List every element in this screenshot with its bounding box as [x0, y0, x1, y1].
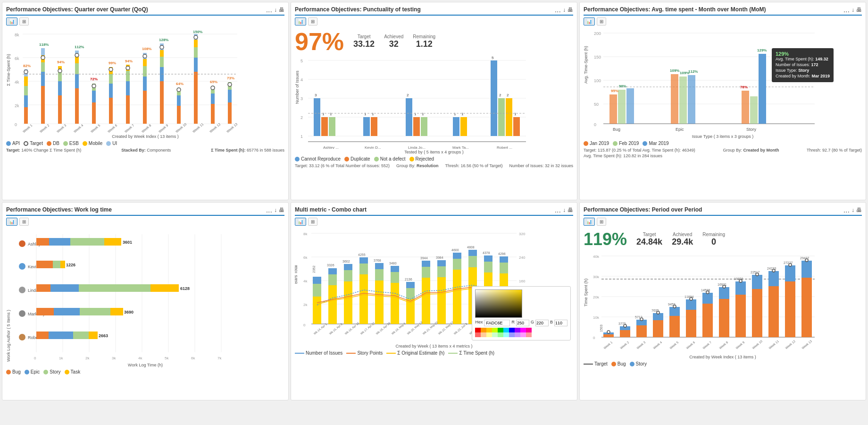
- swatch[interactable]: [526, 332, 532, 337]
- svg-text:Week 3: Week 3: [56, 124, 67, 133]
- card-title-period: Performance Objectives: Period over Peri…: [584, 206, 862, 216]
- swatch[interactable]: [492, 332, 498, 337]
- swatch[interactable]: [515, 328, 520, 332]
- qoq-svg: 8k 6k 4k 2k 0 Σ Time-Spent (h): [6, 29, 237, 133]
- swatch[interactable]: [492, 328, 498, 332]
- svg-text:5: 5: [492, 57, 494, 60]
- bar-chart-icon-a[interactable]: 📊: [584, 17, 595, 26]
- rejected-label: Rejected: [416, 156, 434, 162]
- more-btn-qoq[interactable]: ...: [266, 6, 272, 14]
- more-btn-p[interactable]: ...: [555, 6, 561, 14]
- svg-text:109%: 109%: [670, 68, 679, 73]
- print-btn-qoq[interactable]: 🖶: [279, 7, 284, 13]
- more-btn-pp[interactable]: ...: [843, 206, 850, 214]
- svg-rect-378: [785, 265, 795, 281]
- svg-rect-208: [53, 261, 60, 268]
- bar-chart-icon-w[interactable]: 📊: [6, 218, 17, 226]
- svg-text:129%: 129%: [757, 48, 767, 52]
- table-icon-a[interactable]: ⊞: [597, 17, 606, 26]
- svg-text:22517: 22517: [751, 271, 760, 274]
- svg-rect-64: [143, 66, 147, 76]
- svg-rect-174: [742, 91, 749, 124]
- swatch[interactable]: [509, 328, 515, 332]
- svg-text:5: 5: [300, 59, 303, 63]
- swatch[interactable]: [526, 328, 532, 332]
- svg-rect-267: [391, 283, 399, 324]
- svg-rect-228: [49, 332, 73, 339]
- svg-text:40k: 40k: [593, 255, 600, 259]
- svg-text:19250: 19250: [734, 277, 743, 280]
- bar-chart-icon-pp[interactable]: 📊: [584, 218, 595, 226]
- swatch[interactable]: [503, 328, 509, 332]
- svg-rect-34: [75, 88, 79, 124]
- svg-text:2136: 2136: [405, 278, 412, 281]
- svg-point-225: [19, 334, 25, 340]
- more-btn-c[interactable]: ...: [555, 206, 561, 214]
- card-title-punctuality: Performance Objectives: Punctuality of t…: [295, 6, 573, 16]
- svg-rect-137: [460, 117, 467, 136]
- swatch[interactable]: [509, 332, 515, 337]
- swatch[interactable]: [498, 332, 503, 337]
- svg-rect-353: [702, 293, 713, 304]
- download-btn-a[interactable]: ↓: [851, 7, 854, 13]
- print-btn-p[interactable]: 🖶: [568, 7, 573, 13]
- svg-rect-209: [60, 261, 65, 268]
- svg-rect-21: [41, 62, 45, 72]
- print-btn-c[interactable]: 🖶: [568, 207, 573, 213]
- svg-rect-293: [484, 255, 492, 262]
- color-gradient[interactable]: [475, 289, 522, 318]
- svg-text:82%: 82%: [23, 64, 31, 68]
- table-icon-c[interactable]: ⊞: [308, 218, 317, 226]
- swatch[interactable]: [481, 332, 486, 337]
- bar-chart-icon-p[interactable]: 📊: [295, 17, 306, 26]
- download-btn-p[interactable]: ↓: [563, 7, 566, 13]
- color-picker[interactable]: Hex R G B: [472, 286, 571, 340]
- table-icon-pp[interactable]: ⊞: [597, 218, 606, 226]
- svg-rect-78: [177, 106, 181, 124]
- download-btn-qoq[interactable]: ↓: [274, 7, 277, 13]
- hex-input[interactable]: [484, 320, 510, 326]
- table-icon-w[interactable]: ⊞: [19, 218, 29, 226]
- print-btn-a[interactable]: 🖶: [856, 7, 862, 13]
- svg-point-45: [92, 84, 96, 88]
- g-input[interactable]: [535, 320, 549, 326]
- swatch[interactable]: [486, 328, 492, 332]
- svg-rect-65: [143, 59, 147, 66]
- svg-text:0: 0: [15, 122, 17, 127]
- svg-text:4808: 4808: [467, 246, 475, 249]
- svg-point-67: [143, 54, 147, 58]
- download-btn-c[interactable]: ↓: [563, 207, 566, 213]
- svg-rect-343: [669, 307, 680, 316]
- svg-text:4k: 4k: [303, 279, 308, 283]
- svg-rect-48: [109, 98, 113, 124]
- print-btn-w[interactable]: 🖶: [279, 207, 284, 213]
- svg-text:Σ Time-Spent (h): Σ Time-Spent (h): [6, 54, 11, 86]
- print-btn-pp[interactable]: 🖶: [856, 207, 862, 213]
- swatch[interactable]: [475, 332, 481, 337]
- bar-chart-icon[interactable]: 📊: [6, 17, 17, 26]
- swatch[interactable]: [520, 332, 526, 337]
- svg-rect-269: [391, 266, 399, 272]
- svg-text:1: 1: [364, 112, 367, 116]
- swatch[interactable]: [481, 328, 486, 332]
- swatch[interactable]: [486, 332, 492, 337]
- download-btn-w[interactable]: ↓: [274, 207, 277, 213]
- swatch[interactable]: [498, 328, 503, 332]
- svg-text:1: 1: [322, 112, 325, 116]
- bar-chart-icon-c[interactable]: 📊: [295, 218, 306, 226]
- swatch[interactable]: [515, 332, 520, 337]
- table-icon-p[interactable]: ⊞: [308, 17, 317, 26]
- r-input[interactable]: [516, 320, 529, 326]
- card-title-worklog: Performance Objectives: Work log time: [6, 206, 284, 216]
- more-btn-a[interactable]: ...: [843, 6, 850, 14]
- b-input[interactable]: [554, 320, 568, 326]
- swatch[interactable]: [520, 328, 526, 332]
- svg-rect-382: [801, 278, 812, 337]
- swatch[interactable]: [475, 328, 481, 332]
- svg-rect-292: [484, 262, 492, 272]
- swatch[interactable]: [503, 332, 509, 337]
- download-btn-pp[interactable]: ↓: [851, 207, 854, 213]
- more-btn-w[interactable]: ...: [266, 206, 272, 214]
- table-icon[interactable]: ⊞: [19, 17, 29, 26]
- svg-rect-49: [109, 84, 113, 98]
